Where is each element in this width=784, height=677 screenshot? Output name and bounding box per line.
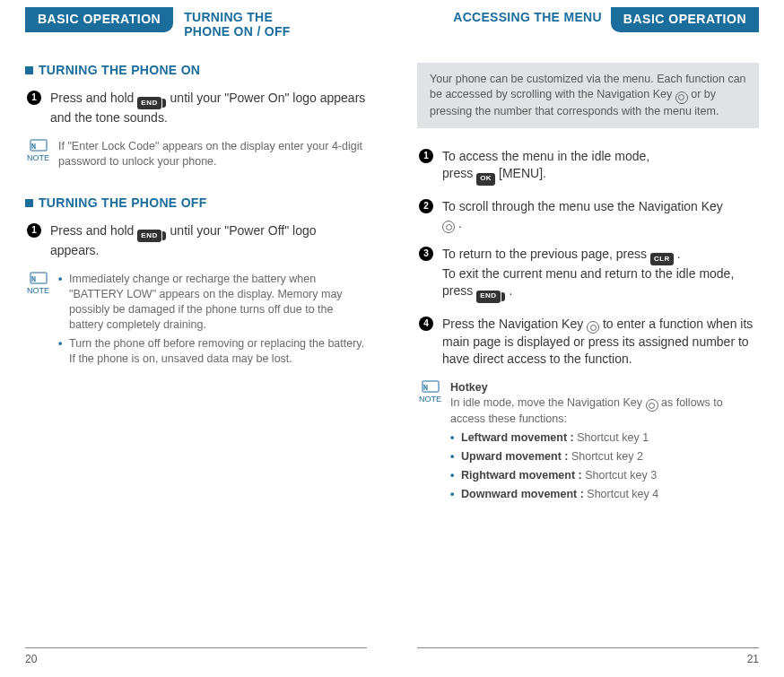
hk2-val: Shortcut key 2 — [571, 450, 643, 463]
step1-text-b: press — [442, 166, 476, 180]
on-step-1: 1 Press and hold END until your "Power O… — [27, 90, 367, 126]
menu-step-1-body: To access the menu in the idle mode, pre… — [442, 148, 759, 185]
header-right: ACCESSING THE MENU BASIC OPERATION — [417, 7, 759, 32]
section-turning-on: TURNING THE PHONE ON — [25, 62, 367, 79]
header-left: BASIC OPERATION TURNING THE PHONE ON / O… — [25, 7, 367, 39]
page-number-right: 21 — [417, 647, 759, 666]
note-icon: NOTE — [27, 272, 49, 369]
hk3-val: Shortcut key 3 — [585, 469, 657, 482]
nav-key-icon — [675, 91, 688, 104]
ok-key-icon: OK — [476, 173, 495, 186]
off-note-body: Immediately change or recharge the batte… — [58, 272, 367, 369]
hotkey-item-2: Upward movement : Shortcut key 2 — [450, 449, 759, 464]
step2-text-b: . — [458, 216, 462, 230]
menu-step-3: 3 To return to the previous page, press … — [419, 246, 759, 303]
end-key-icon: END — [137, 230, 161, 242]
end-key-icon: END — [137, 97, 161, 109]
menu-step-4-body: Press the Navigation Key to enter a func… — [442, 316, 759, 368]
hotkey-note-body: Hotkey In idle mode, move the Navigation… — [450, 380, 759, 506]
hotkey-title: Hotkey — [450, 380, 759, 395]
tab-basic-operation-left: BASIC OPERATION — [25, 7, 173, 32]
page-left: BASIC OPERATION TURNING THE PHONE ON / O… — [0, 0, 392, 677]
subtitle-left: TURNING THE PHONE ON / OFF — [184, 7, 318, 39]
nav-key-icon — [646, 399, 658, 412]
tab-basic-operation-right: BASIC OPERATION — [611, 7, 759, 32]
step-number-1b: 1 — [27, 223, 41, 238]
hk1-val: Shortcut key 1 — [577, 431, 649, 444]
step-number-2r: 2 — [419, 199, 433, 213]
step-number-4r: 4 — [419, 317, 433, 331]
off-step-1: 1 Press and hold END until your "Power O… — [27, 222, 367, 259]
hotkey-item-1: Leftward movement : Shortcut key 1 — [450, 430, 759, 446]
step2-text-a: To scroll through the menu use the Navig… — [442, 199, 723, 213]
off-note: NOTE Immediately change or recharge the … — [27, 272, 367, 369]
nav-key-icon — [442, 221, 455, 233]
note-icon: NOTE — [419, 380, 441, 506]
step-number-1: 1 — [27, 91, 41, 105]
on-note-text: If "Enter Lock Code" appears on the disp… — [58, 139, 367, 169]
nav-key-icon — [587, 321, 599, 334]
page-right: ACCESSING THE MENU BASIC OPERATION Your … — [392, 0, 784, 677]
menu-infobox: Your phone can be customized via the men… — [417, 63, 759, 129]
step1-text-c: [MENU]. — [499, 166, 546, 180]
menu-step-2-body: To scroll through the menu use the Navig… — [442, 198, 759, 233]
hotkey-intro-a: In idle mode, move the Navigation Key — [450, 396, 645, 409]
page-number-left: 20 — [25, 647, 367, 666]
note-icon: NOTE — [27, 139, 49, 169]
hk4-val: Shortcut key 4 — [587, 488, 658, 500]
end-key-icon: END — [476, 291, 500, 303]
hk1-label: Leftward movement : — [461, 431, 577, 444]
step-number-3r: 3 — [419, 247, 433, 261]
menu-step-4: 4 Press the Navigation Key to enter a fu… — [419, 316, 759, 368]
off-step-1-body: Press and hold END until your "Power Off… — [50, 222, 367, 259]
off-note-item-2: Turn the phone off before removing or re… — [58, 336, 367, 367]
step-number-1r: 1 — [419, 149, 433, 163]
step3-text-a: To return to the previous page, press — [442, 247, 650, 261]
off-note-item-1: Immediately change or recharge the batte… — [58, 272, 367, 333]
hotkey-intro: In idle mode, move the Navigation Key as… — [450, 395, 759, 427]
menu-step-1: 1 To access the menu in the idle mode, p… — [419, 148, 759, 185]
hk2-label: Upward movement : — [461, 450, 571, 463]
menu-step-3-body: To return to the previous page, press CL… — [442, 246, 759, 303]
off-step1-text-a: Press and hold — [50, 223, 137, 238]
clr-key-icon: CLR — [650, 253, 674, 265]
on-note: NOTE If "Enter Lock Code" appears on the… — [27, 139, 367, 169]
on-step-1-body: Press and hold END until your "Power On"… — [50, 90, 367, 126]
section-turning-off: TURNING THE PHONE OFF — [25, 195, 367, 212]
on-step1-text-a: Press and hold — [50, 91, 137, 105]
subtitle-right: ACCESSING THE MENU — [417, 7, 602, 24]
hk4-label: Downward movement : — [461, 488, 587, 500]
step1-text-a: To access the menu in the idle mode, — [442, 149, 649, 163]
hotkey-item-4: Downward movement : Shortcut key 4 — [450, 487, 759, 502]
menu-step-2: 2 To scroll through the menu use the Nav… — [419, 198, 759, 233]
step4-text-a: Press the Navigation Key — [442, 317, 587, 331]
hotkey-item-3: Rightward movement : Shortcut key 3 — [450, 468, 759, 483]
hk3-label: Rightward movement : — [461, 469, 585, 482]
hotkey-note: NOTE Hotkey In idle mode, move the Navig… — [419, 380, 759, 506]
step3-text-d: . — [509, 283, 512, 298]
step3-text-b: . — [677, 247, 681, 261]
